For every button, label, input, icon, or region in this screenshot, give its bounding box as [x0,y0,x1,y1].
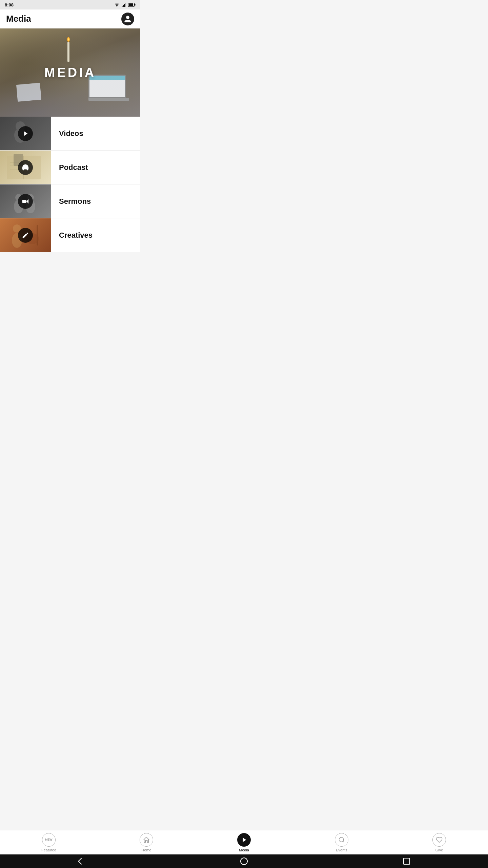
battery-icon [128,3,136,7]
sermons-label: Sermons [51,197,140,206]
book-decoration [16,83,41,102]
status-bar: 8:08 [0,0,140,9]
media-item-videos[interactable]: Videos [0,117,140,151]
creatives-label: Creatives [51,231,140,240]
profile-button[interactable] [121,13,134,25]
status-time: 8:08 [5,2,14,7]
headphones-icon-podcast [18,160,33,175]
status-icons [114,2,136,7]
media-item-sermons[interactable]: Sermons [0,184,140,218]
video-camera-icon-sermons [18,194,33,209]
media-list: Videos Podcast [0,117,140,252]
sermons-thumbnail [0,184,51,218]
svg-rect-29 [37,225,38,245]
videos-label: Videos [51,129,140,138]
svg-rect-24 [22,200,26,203]
svg-rect-3 [124,4,125,7]
page-title: Media [6,14,31,24]
play-icon-videos [18,126,33,141]
hero-title: MEDIA [44,65,96,80]
header: Media [0,9,140,28]
wifi-icon [114,2,120,7]
svg-marker-12 [24,131,27,136]
svg-rect-7 [129,3,133,6]
svg-rect-4 [125,3,126,7]
candle-decoration [67,42,69,62]
svg-rect-2 [123,5,124,7]
svg-rect-6 [135,4,136,6]
creatives-thumbnail [0,218,51,252]
signal-icon [122,2,126,7]
videos-thumbnail [0,117,51,151]
podcast-thumbnail [0,151,51,184]
media-item-creatives[interactable]: Creatives [0,218,140,252]
hero-banner: MEDIA [0,28,140,117]
pencil-icon-creatives [18,228,33,243]
svg-point-0 [117,6,117,7]
profile-icon [124,15,132,23]
svg-marker-25 [26,199,28,203]
podcast-label: Podcast [51,163,140,172]
media-item-podcast[interactable]: Podcast [0,151,140,184]
svg-rect-1 [122,6,123,7]
